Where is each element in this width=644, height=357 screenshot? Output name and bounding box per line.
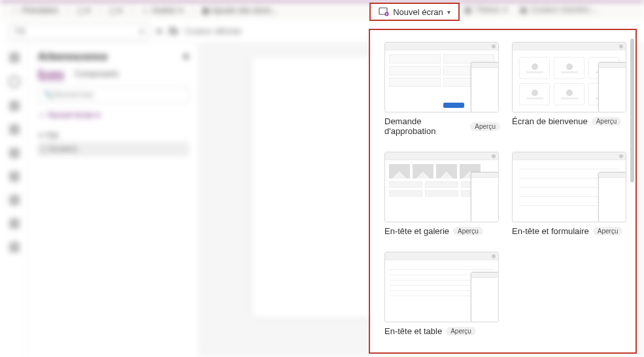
chevron-down-icon: ▾ [447,8,450,16]
template-thumb [384,42,499,112]
new-screen-button[interactable]: Nouvel écran ▾ [369,3,460,21]
template-thumb [384,152,499,222]
template-name: Écran de bienvenue [512,116,588,126]
preview-badge: Aperçu [592,117,622,126]
preview-badge: Aperçu [453,227,483,235]
new-screen-dropdown: Demande d'approbation Aperçu Écran de bi… [369,29,637,354]
template-thumb [384,252,499,322]
preview-badge: Aperçu [446,327,476,335]
template-name: En-tête et galerie [384,226,449,236]
template-name: Demande d'approbation [384,116,466,136]
template-thumb [512,152,626,222]
template-header-table[interactable]: En-tête et table Aperçu [384,252,500,336]
template-header-gallery[interactable]: En-tête et galerie Aperçu [384,152,500,236]
template-name: En-tête et table [384,326,442,336]
preview-badge: Aperçu [593,227,623,235]
template-thumb [512,42,626,112]
new-screen-label: Nouvel écran [393,7,443,17]
new-screen-icon [379,7,389,17]
template-header-form[interactable]: En-tête et formulaire Aperçu [512,152,628,236]
template-name: En-tête et formulaire [512,226,589,236]
template-welcome[interactable]: Écran de bienvenue Aperçu [512,42,628,136]
dropdown-scrollbar[interactable] [630,32,634,350]
preview-badge: Aperçu [470,122,500,131]
template-approval[interactable]: Demande d'approbation Aperçu [384,42,500,136]
